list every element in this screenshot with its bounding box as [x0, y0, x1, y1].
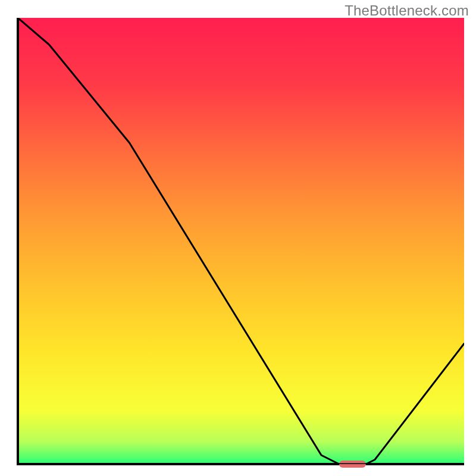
chart-container: TheBottleneck.com	[0, 0, 476, 476]
gradient-background	[18, 18, 464, 464]
bottleneck-chart	[0, 0, 476, 476]
